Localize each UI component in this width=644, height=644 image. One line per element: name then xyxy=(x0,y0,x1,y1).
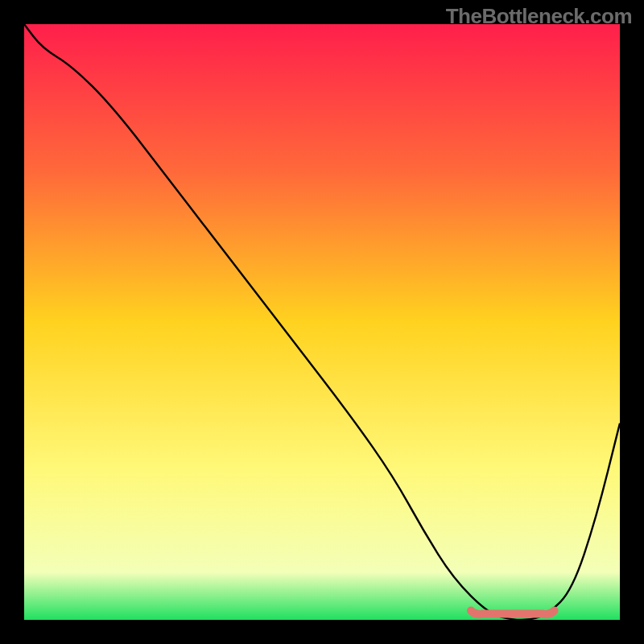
chart-background xyxy=(24,24,620,620)
optimal-zone-highlight xyxy=(471,611,555,615)
plot-area xyxy=(24,24,620,620)
chart-svg xyxy=(24,24,620,620)
